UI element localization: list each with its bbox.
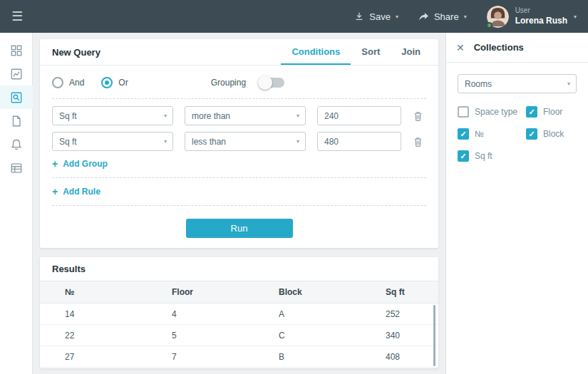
add-rule-button[interactable]: + Add Rule bbox=[52, 185, 100, 198]
menu-icon[interactable]: ☰ bbox=[11, 10, 23, 23]
collections-header: ✕ Collections bbox=[446, 33, 588, 63]
collections-panel: ✕ Collections Rooms ▾ ✓ Space type ✓ Flo… bbox=[445, 33, 588, 374]
user-role-label: User bbox=[515, 6, 567, 16]
table-cell: 340 bbox=[386, 331, 438, 341]
topbar: ☰ Save ▾ Share ▾ User Lorena Rush bbox=[0, 0, 588, 33]
add-group-button[interactable]: + Add Group bbox=[52, 157, 108, 170]
table-row[interactable]: 22 5 C 340 bbox=[40, 325, 438, 346]
column-header-no: № bbox=[40, 287, 172, 297]
table-scrollbar[interactable] bbox=[433, 305, 435, 366]
query-card-body: And Or Grouping S bbox=[40, 66, 438, 248]
online-status-dot bbox=[486, 22, 492, 28]
chevron-down-icon: ▾ bbox=[567, 80, 570, 87]
divider bbox=[52, 98, 426, 99]
results-table: № Floor Block Sq ft 14 4 A 252 22 5 bbox=[40, 281, 438, 368]
field-checkbox-no[interactable]: ✓ № bbox=[458, 128, 526, 140]
close-icon[interactable]: ✕ bbox=[456, 43, 465, 53]
rule-row: Sq ft ▾ less than ▾ bbox=[52, 132, 426, 151]
tab-conditions[interactable]: Conditions bbox=[281, 39, 351, 65]
results-title: Results bbox=[52, 264, 86, 274]
chevron-down-icon: ▾ bbox=[164, 113, 167, 119]
operator-select-value: more than bbox=[192, 111, 230, 121]
table-row[interactable]: 27 7 B 408 bbox=[40, 346, 438, 368]
rule-row: Sq ft ▾ more than ▾ bbox=[52, 106, 426, 125]
chart-icon bbox=[10, 68, 23, 80]
add-group-label: Add Group bbox=[63, 159, 108, 169]
operator-select-value: less than bbox=[192, 137, 226, 147]
column-header-sqft: Sq ft bbox=[386, 287, 438, 297]
radio-icon bbox=[101, 77, 113, 88]
plus-icon: + bbox=[52, 159, 58, 169]
checkbox-label: Floor bbox=[543, 107, 562, 117]
tab-sort[interactable]: Sort bbox=[351, 39, 391, 65]
check-icon: ✓ bbox=[528, 108, 535, 116]
table-cell: 7 bbox=[172, 352, 279, 362]
radio-and[interactable]: And bbox=[52, 77, 84, 88]
column-header-floor: Floor bbox=[172, 287, 279, 297]
table-cell: C bbox=[279, 331, 386, 341]
sidebar-item-notifications[interactable] bbox=[0, 133, 33, 156]
dashboard-icon bbox=[10, 44, 23, 57]
table-cell: 5 bbox=[172, 331, 279, 341]
chevron-down-icon: ▾ bbox=[464, 14, 467, 20]
avatar bbox=[487, 6, 509, 28]
share-label: Share bbox=[434, 11, 459, 22]
value-input[interactable] bbox=[317, 132, 401, 151]
checkbox-icon: ✓ bbox=[526, 106, 537, 118]
radio-or[interactable]: Or bbox=[101, 77, 128, 88]
field-checkbox-sqft[interactable]: ✓ Sq ft bbox=[458, 150, 526, 162]
add-rule-label: Add Rule bbox=[63, 187, 100, 197]
chevron-down-icon: ▾ bbox=[296, 113, 299, 119]
sidebar-item-dashboard[interactable] bbox=[0, 38, 33, 62]
checkbox-icon: ✓ bbox=[458, 128, 469, 140]
collection-select-wrap: Rooms ▾ bbox=[458, 74, 577, 93]
save-label: Save bbox=[369, 11, 391, 22]
value-input[interactable] bbox=[317, 106, 401, 125]
tab-join[interactable]: Join bbox=[391, 39, 431, 65]
trash-icon[interactable] bbox=[413, 136, 423, 147]
grouping-label: Grouping bbox=[211, 78, 246, 88]
save-button[interactable]: Save ▾ bbox=[354, 11, 398, 22]
divider bbox=[52, 177, 426, 178]
table-cell: 408 bbox=[386, 352, 438, 362]
document-icon bbox=[10, 115, 23, 128]
field-checkboxes: ✓ Space type ✓ Floor ✓ № ✓ Block ✓ Sq bbox=[458, 106, 577, 162]
table-cell: 252 bbox=[386, 309, 438, 319]
field-checkbox-floor[interactable]: ✓ Floor bbox=[526, 106, 577, 118]
body: New Query Conditions Sort Join And bbox=[0, 33, 588, 374]
new-query-card: New Query Conditions Sort Join And bbox=[40, 39, 438, 248]
app: ☰ Save ▾ Share ▾ User Lorena Rush bbox=[0, 0, 588, 374]
sidebar-item-charts[interactable] bbox=[0, 62, 33, 85]
grouping-toggle[interactable] bbox=[260, 78, 284, 88]
sidebar-item-query-builder[interactable] bbox=[0, 85, 33, 109]
chevron-down-icon: ▾ bbox=[574, 14, 577, 20]
checkbox-label: № bbox=[475, 129, 484, 139]
field-select-value: Sq ft bbox=[59, 137, 77, 147]
share-icon bbox=[418, 12, 429, 21]
table-row[interactable]: 14 4 A 252 bbox=[40, 303, 438, 325]
user-menu[interactable]: User Lorena Rush ▾ bbox=[487, 6, 577, 28]
field-checkbox-block[interactable]: ✓ Block bbox=[526, 128, 577, 140]
operator-select[interactable]: more than ▾ bbox=[185, 106, 306, 125]
table-header-row: № Floor Block Sq ft bbox=[40, 281, 438, 303]
column-header-block: Block bbox=[279, 287, 386, 297]
share-button[interactable]: Share ▾ bbox=[418, 11, 467, 22]
field-select[interactable]: Sq ft ▾ bbox=[52, 106, 173, 125]
sidebar bbox=[0, 33, 33, 374]
operator-select[interactable]: less than ▾ bbox=[185, 132, 306, 151]
toggle-knob bbox=[258, 76, 272, 90]
table-cell: 14 bbox=[40, 309, 172, 319]
bell-icon bbox=[10, 138, 23, 151]
field-select[interactable]: Sq ft ▾ bbox=[52, 132, 173, 151]
collection-select[interactable]: Rooms ▾ bbox=[458, 74, 577, 93]
checkbox-icon: ✓ bbox=[458, 106, 469, 118]
add-rule-row: + Add Rule bbox=[52, 185, 426, 198]
trash-icon[interactable] bbox=[413, 110, 423, 122]
sidebar-item-data-tables[interactable] bbox=[0, 156, 33, 180]
query-tabs: Conditions Sort Join bbox=[281, 39, 438, 65]
chevron-down-icon: ▾ bbox=[396, 14, 398, 20]
field-checkbox-space-type[interactable]: ✓ Space type bbox=[458, 106, 526, 118]
run-button[interactable]: Run bbox=[186, 219, 293, 238]
radio-and-label: And bbox=[69, 78, 84, 88]
sidebar-item-documents[interactable] bbox=[0, 109, 33, 133]
